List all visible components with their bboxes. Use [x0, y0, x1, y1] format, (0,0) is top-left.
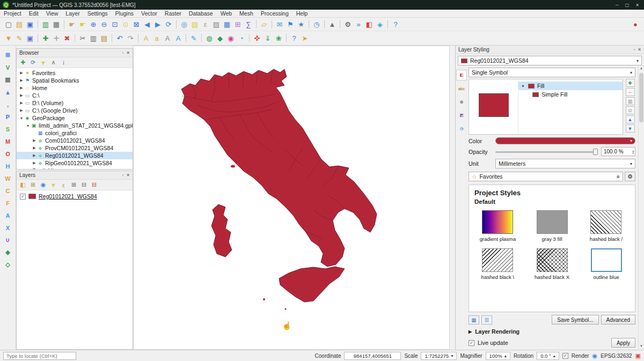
python-console[interactable]: » — [353, 19, 364, 30]
user-profile[interactable]: ● — [630, 19, 641, 30]
expand-arrow-icon[interactable]: ▶ — [32, 146, 37, 150]
redo[interactable]: ↷ — [125, 33, 136, 43]
close-panel-button[interactable]: ✕ — [126, 50, 130, 55]
delete-selected[interactable]: ✖ — [62, 33, 72, 43]
plugin-dataplotly[interactable]: ◔ — [236, 33, 247, 43]
style-manager[interactable]: ◧ — [364, 19, 375, 30]
browser-item[interactable]: ▼ ▣ limiti_admin_STAT_2021_WGS84.gpkg — [17, 122, 133, 129]
add-selected-layers[interactable]: ✚ — [18, 58, 27, 67]
undo[interactable]: ↶ — [114, 33, 125, 43]
expand-arrow-icon[interactable]: ▶ — [32, 138, 37, 143]
float-panel-button[interactable]: ▫ — [122, 173, 123, 178]
menu-item[interactable]: Processing — [257, 10, 292, 17]
move-symbol-layer-up[interactable]: ▲ — [626, 115, 635, 123]
zoom-last[interactable]: ◀ — [142, 19, 152, 30]
cut-features[interactable]: ✂ — [77, 33, 88, 43]
menu-item[interactable]: View — [42, 10, 62, 17]
float-panel-button[interactable]: ▫ — [633, 47, 635, 52]
deselect-features[interactable]: ▨ — [211, 19, 222, 30]
plugin-mmqgis[interactable]: ◉ — [225, 33, 236, 43]
add-wfs-layer[interactable]: F — [3, 198, 13, 208]
remove-symbol-layer[interactable]: − — [626, 88, 635, 96]
expand-arrow-icon[interactable]: ▶ — [19, 71, 24, 75]
select-features[interactable]: ▧ — [189, 19, 200, 30]
menu-item[interactable]: Edit — [25, 10, 42, 17]
browser-item[interactable]: ▶ ◆ Reg01012021_WGS84 — [17, 152, 133, 159]
label-rotate[interactable]: A — [173, 33, 184, 43]
collapse-all[interactable]: ∧ — [49, 58, 58, 67]
list-view-button[interactable]: ☰ — [481, 315, 492, 325]
browser-item[interactable]: ▶ ▭ D:\ (Volume) — [17, 99, 133, 107]
styling-layer-select[interactable]: Reg01012021_WGS84 ▾ — [458, 56, 642, 65]
symbology-tab[interactable]: ◧ — [456, 70, 467, 80]
project-save[interactable]: ▣ — [25, 19, 35, 30]
expand-arrow-icon[interactable]: ▶ — [19, 168, 24, 169]
open-attribute-table[interactable]: ▦ — [222, 19, 232, 30]
spin-down-icon[interactable]: ▾ — [632, 152, 634, 154]
small-island-2[interactable] — [284, 308, 286, 310]
current-edits[interactable]: ▼ — [3, 33, 14, 43]
open-data-source-manager[interactable]: ⊞ — [3, 50, 13, 60]
italy-mainland[interactable] — [181, 69, 377, 267]
new-3d-map-view[interactable]: ▲ — [327, 19, 338, 30]
browser-item[interactable]: ▶ ◆ Com01012021_WGS84 — [17, 137, 133, 144]
manage-map-themes[interactable]: ◉ — [39, 180, 48, 189]
labels-tab[interactable]: abc — [456, 83, 467, 94]
advanced-button[interactable]: Advanced — [601, 315, 635, 325]
new-print-layout[interactable]: ▥ — [40, 19, 51, 30]
label-highlight[interactable]: a — [151, 33, 162, 43]
browser-item[interactable]: ▶ ◇ SpatiaLite — [17, 167, 133, 169]
copy-features[interactable]: ▥ — [88, 33, 99, 43]
layer-rendering-section[interactable]: ▶ Layer Rendering — [469, 328, 635, 335]
locate-input[interactable] — [3, 352, 76, 360]
project-open[interactable]: ▤ — [14, 19, 25, 30]
save-layer-edits[interactable]: ▣ — [25, 33, 35, 43]
add-delimited-text-layer[interactable]: , — [3, 99, 13, 109]
epsg-indicator[interactable]: EPSG:32632 — [601, 353, 632, 359]
style-options-button[interactable]: ⚙ — [625, 172, 635, 181]
float-panel-button[interactable]: ▫ — [122, 50, 123, 55]
plugin-manager[interactable]: ◈ — [375, 19, 385, 30]
unit-select[interactable]: Millimeters ▾ — [495, 159, 635, 168]
mask-tab[interactable]: ◍ — [456, 97, 467, 107]
maximize-button[interactable]: ▢ — [625, 3, 630, 8]
grass-tools[interactable]: ❀ — [273, 33, 284, 43]
menu-item[interactable]: Vector — [137, 10, 161, 17]
expand-arrow-icon[interactable]: ▶ — [19, 86, 24, 90]
paste-features[interactable]: ▤ — [99, 33, 109, 43]
sardinia[interactable] — [211, 204, 232, 257]
opacity-spinbox[interactable]: 100.0 % ▴▾ — [601, 147, 635, 156]
scrollbar-thumb[interactable] — [639, 73, 643, 122]
add-polygon-feature[interactable]: ✚ — [40, 33, 51, 43]
scroll-up-icon[interactable]: ▲ — [640, 67, 643, 72]
georeferencer[interactable]: ✜ — [252, 33, 262, 43]
add-postgis-layer[interactable]: P — [3, 112, 13, 122]
browser-item[interactable]: ▶ ▭ C:\ (Google Drive) — [17, 107, 133, 114]
expand-arrow-icon[interactable]: ▶ — [19, 101, 24, 105]
clear-icon[interactable]: ⊗ — [616, 174, 620, 179]
apply-button[interactable]: Apply — [611, 338, 635, 348]
add-oracle-layer[interactable]: O — [3, 149, 13, 159]
measure-line[interactable]: ▱ — [259, 19, 269, 30]
move-symbol-layer-down[interactable]: ▼ — [626, 124, 635, 132]
add-wcs-layer[interactable]: C — [3, 186, 13, 196]
browser-item[interactable]: ▶ ◆ ProvCM01012021_WGS84 — [17, 144, 133, 152]
menu-item[interactable]: Database — [185, 10, 217, 17]
map-canvas[interactable]: ☝ — [133, 46, 450, 350]
minimize-button[interactable]: ─ — [616, 3, 619, 8]
add-symbol-layer[interactable]: ✚ — [626, 79, 635, 87]
label-move[interactable]: A — [162, 33, 173, 43]
add-group[interactable]: ⊞ — [28, 180, 38, 189]
add-virtual-layer[interactable]: ∪ — [3, 235, 13, 245]
expand-arrow-icon[interactable]: ▼ — [19, 116, 24, 120]
add-xyz-layer[interactable]: X — [3, 223, 13, 233]
layer-name[interactable]: Reg01012021_WGS84 — [39, 193, 97, 200]
browser-item[interactable]: ▶ ⚑ Spatial Bookmarks — [17, 77, 133, 84]
3d-view-tab[interactable]: ◩ — [456, 110, 467, 121]
layout-manager[interactable]: ▦ — [51, 19, 62, 30]
add-raster-layer[interactable]: ▦ — [3, 75, 13, 85]
toggle-editing[interactable]: ✎ — [14, 33, 25, 43]
slider-handle[interactable] — [593, 149, 598, 155]
zoom-to-layer[interactable]: ⊠ — [131, 19, 142, 30]
elba-island[interactable] — [231, 165, 235, 168]
